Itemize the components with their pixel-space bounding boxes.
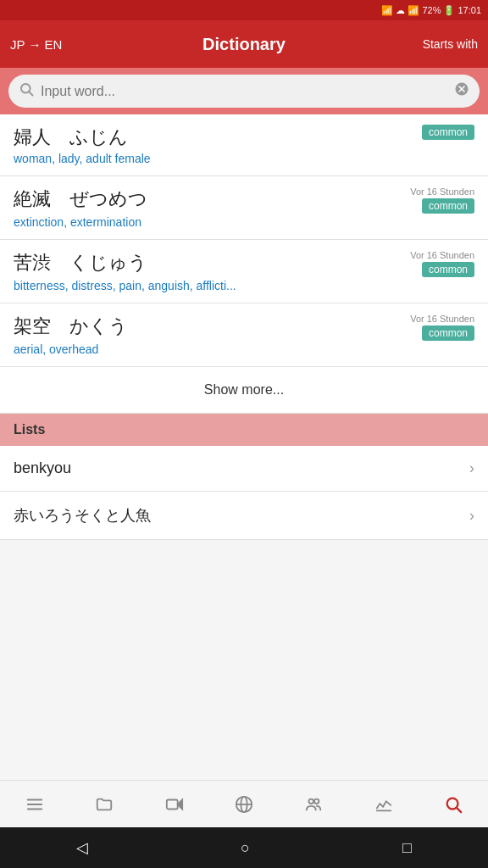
entries-list: 婦人 ふじん common woman, lady, adult female … [0,114,488,367]
nav-chart[interactable] [374,795,393,814]
svg-line-1 [29,92,32,95]
back-button[interactable]: ◁ [76,838,88,857]
entry-4-japanese: 架空 かくう [14,314,410,339]
entry-2-japanese: 絶滅 ぜつめつ [14,186,410,212]
show-more-label: Show more... [204,382,284,397]
home-button[interactable]: ○ [241,839,250,857]
entry-3-japanese: 苦渋 くじゅう [14,250,410,275]
svg-point-14 [314,798,319,804]
entry-3-common-badge: common [422,262,474,277]
entry-4-meaning: aerial, overhead [14,342,474,356]
chevron-right-icon: › [469,459,474,477]
search-input[interactable] [41,84,447,99]
entry-4[interactable]: 架空 かくう Vor 16 Stunden common aerial, ove… [0,303,488,367]
list-item-akairosoku[interactable]: 赤いろうそくと人魚 › [0,492,488,540]
entry-3-badges: Vor 16 Stunden common [410,250,474,277]
filter-mode[interactable]: Starts with [423,37,478,51]
bottom-nav [0,780,488,827]
wifi-icon: ☁ [396,5,405,16]
entry-2-meaning: extinction, extermination [14,215,474,229]
entry-1-common-badge: common [422,125,474,140]
entry-1-badges: common [422,125,474,140]
clock: 17:01 [458,5,481,15]
app-title: Dictionary [202,35,286,54]
entry-3[interactable]: 苦渋 くじゅう Vor 16 Stunden common bitterness… [0,240,488,303]
list-item-benkyou[interactable]: benkyou › [0,446,488,492]
nav-menu[interactable] [25,795,44,814]
nav-video[interactable] [165,795,184,814]
clear-search-button[interactable] [454,81,469,101]
svg-line-17 [457,808,461,812]
chevron-right-icon-2: › [469,507,474,525]
battery-text: 72% [422,5,441,15]
search-icon [19,81,34,101]
entry-2-common-badge: common [422,198,474,214]
show-more-button[interactable]: Show more... [0,367,488,414]
signal-icon: 📶 [408,5,419,16]
search-bar [8,75,480,108]
lists-container: benkyou › 赤いろうそくと人魚 › [0,446,488,540]
search-container [0,68,488,114]
entry-3-time: Vor 16 Stunden [410,250,474,260]
nav-folder[interactable] [95,795,114,814]
svg-rect-8 [167,799,178,809]
sim-icon: 📶 [381,5,393,16]
list-item-akairosoku-label: 赤いろうそくと人魚 [14,505,151,526]
app-header: JP → EN Dictionary Starts with [0,20,488,68]
entry-3-meaning: bitterness, distress, pain, anguish, aff… [14,279,474,292]
recent-apps-button[interactable]: □ [402,839,412,857]
lists-section-header: Lists [0,414,488,446]
nav-search[interactable] [444,795,463,814]
nav-people[interactable] [304,795,323,814]
android-nav-bar: ◁ ○ □ [0,827,488,868]
entry-2-time: Vor 16 Stunden [410,186,474,197]
entry-2-badges: Vor 16 Stunden common [410,186,474,214]
nav-globe[interactable] [235,795,253,814]
status-icons: 📶 ☁ 📶 72% 🔋 17:01 [381,5,481,16]
list-item-benkyou-label: benkyou [14,459,71,477]
entry-2[interactable]: 絶滅 ぜつめつ Vor 16 Stunden common extinction… [0,176,488,240]
svg-point-13 [309,798,314,804]
entry-4-badges: Vor 16 Stunden common [410,314,474,341]
entry-4-common-badge: common [422,326,474,341]
entry-1-japanese: 婦人 ふじん [14,125,422,150]
entry-1-meaning: woman, lady, adult female [14,152,474,165]
entry-1[interactable]: 婦人 ふじん common woman, lady, adult female [0,114,488,176]
battery-icon: 🔋 [443,5,455,16]
entry-4-time: Vor 16 Stunden [410,314,474,324]
lists-title: Lists [14,422,45,437]
language-selector[interactable]: JP → EN [10,37,62,52]
status-bar: 📶 ☁ 📶 72% 🔋 17:01 [0,0,488,20]
